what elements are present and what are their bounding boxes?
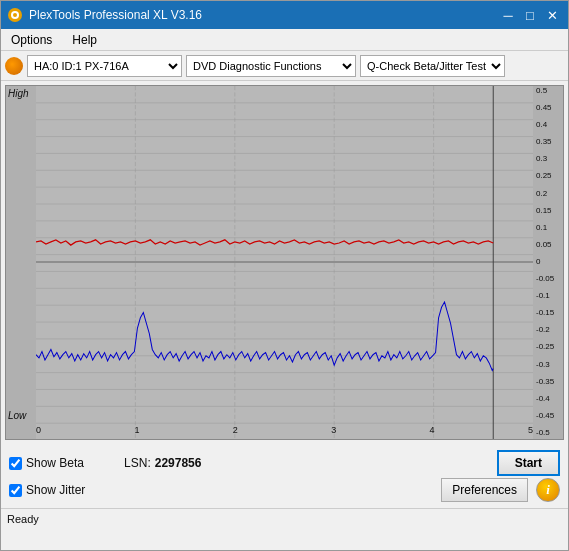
y-right-15: -0.25 [533,342,563,351]
start-button[interactable]: Start [497,450,560,476]
y-right-18: -0.4 [533,394,563,403]
lsn-label: LSN: [124,456,151,470]
low-label: Low [8,410,26,421]
y-right-2: 0.4 [533,120,563,129]
show-beta-label: Show Beta [26,456,84,470]
close-button[interactable]: ✕ [542,6,562,24]
lsn-value: 2297856 [155,456,202,470]
high-label: High [8,88,29,99]
app-title: PlexTools Professional XL V3.16 [29,8,202,22]
window-controls: ─ □ ✕ [498,6,562,24]
drive-icon [5,57,23,75]
function-select[interactable]: DVD Diagnostic Functions [186,55,356,77]
y-right-9: 0.05 [533,240,563,249]
chart-plot-area [36,86,533,439]
y-right-16: -0.3 [533,360,563,369]
show-beta-checkbox[interactable] [9,457,22,470]
main-area: High Low [1,81,568,444]
x-label-2: 2 [233,425,238,435]
maximize-button[interactable]: □ [520,6,540,24]
info-button[interactable]: i [536,478,560,502]
chart-container: High Low [5,85,564,440]
y-right-14: -0.2 [533,325,563,334]
toolbar: HA:0 ID:1 PX-716A DVD Diagnostic Functio… [1,51,568,81]
y-right-5: 0.25 [533,171,563,180]
title-bar: PlexTools Professional XL V3.16 ─ □ ✕ [1,1,568,29]
app-icon [7,7,23,23]
y-right-11: -0.05 [533,274,563,283]
show-jitter-label: Show Jitter [26,483,85,497]
show-jitter-row: Show Jitter [9,483,85,497]
y-right-12: -0.1 [533,291,563,300]
bottom-row2: Show Jitter Preferences i [9,478,560,502]
status-text: Ready [7,513,39,525]
y-right-7: 0.15 [533,206,563,215]
x-label-4: 4 [430,425,435,435]
y-right-19: -0.45 [533,411,563,420]
show-jitter-checkbox[interactable] [9,484,22,497]
bottom-panel: Show Beta LSN: 2297856 Start Show Jitter… [1,444,568,508]
preferences-button[interactable]: Preferences [441,478,528,502]
menu-bar: Options Help [1,29,568,51]
lsn-section: LSN: 2297856 [124,456,201,470]
svg-point-2 [13,13,17,17]
y-right-8: 0.1 [533,223,563,232]
bottom-row1: Show Beta LSN: 2297856 Start [9,450,560,476]
y-right-0: 0.5 [533,86,563,95]
drive-select[interactable]: HA:0 ID:1 PX-716A [27,55,182,77]
x-label-3: 3 [331,425,336,435]
x-label-5: 5 [528,425,533,435]
x-label-1: 1 [134,425,139,435]
info-icon: i [546,482,550,498]
show-beta-row: Show Beta [9,456,84,470]
minimize-button[interactable]: ─ [498,6,518,24]
y-axis-right: 0.5 0.45 0.4 0.35 0.3 0.25 0.2 0.15 0.1 … [533,86,563,439]
status-bar: Ready [1,508,568,528]
y-right-6: 0.2 [533,189,563,198]
x-axis-labels: 0 1 2 3 4 5 [36,425,533,435]
chart-svg [36,86,533,439]
y-right-20: -0.5 [533,428,563,437]
y-right-13: -0.15 [533,308,563,317]
menu-help[interactable]: Help [66,31,103,49]
y-right-17: -0.35 [533,377,563,386]
y-right-10: 0 [533,257,563,266]
x-label-0: 0 [36,425,41,435]
y-right-4: 0.3 [533,154,563,163]
y-right-3: 0.35 [533,137,563,146]
test-select[interactable]: Q-Check Beta/Jitter Test [360,55,505,77]
menu-options[interactable]: Options [5,31,58,49]
y-right-1: 0.45 [533,103,563,112]
